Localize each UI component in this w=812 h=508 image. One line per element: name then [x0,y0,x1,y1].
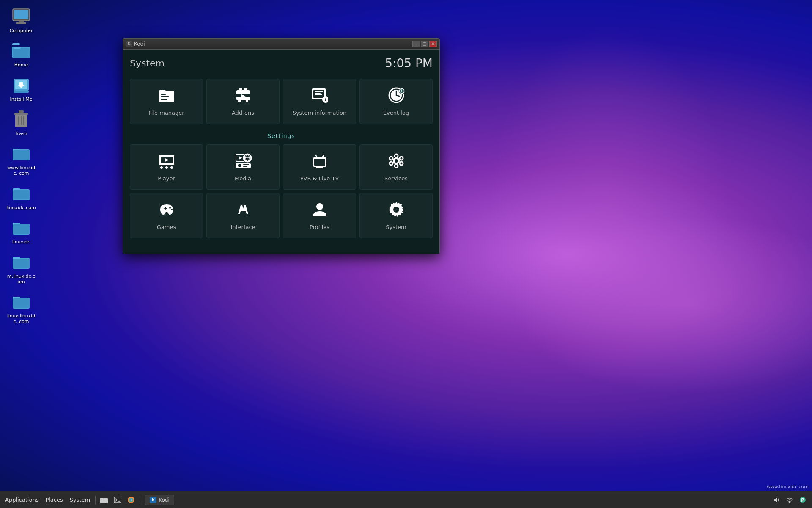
profiles-icon [311,201,328,221]
svg-rect-73 [236,163,251,168]
interface-item[interactable]: Interface [206,193,280,238]
svg-point-64 [160,166,163,169]
computer-label: Computer [10,28,33,33]
media-item[interactable]: Media [206,144,280,190]
desktop-icon-trash[interactable]: Trash [4,107,38,138]
svg-rect-81 [316,167,323,168]
desktop-icon-computer[interactable]: Computer [4,4,38,35]
file-manager-icon [158,87,175,106]
kodi-titlebar-controls: – □ ✕ [412,41,437,47]
system-menu[interactable]: System [67,496,93,504]
svg-point-65 [165,166,168,169]
settings-grid: Player [130,144,433,238]
system-item[interactable]: System [359,193,433,238]
event-log-icon [388,87,405,106]
system-information-icon: i [311,87,328,106]
volume-icon[interactable] [771,494,782,506]
m-linuxidc-label: m.linuxidc.com [6,273,36,284]
add-ons-item[interactable]: Add-ons [206,79,280,124]
file-manager-item[interactable]: File manager [130,79,203,124]
pvr-label: PVR & Live TV [300,175,339,182]
event-log-label: Event log [383,110,409,116]
player-item[interactable]: Player [130,144,203,190]
services-item[interactable]: Services [359,144,433,190]
player-icon [158,152,175,172]
system-information-item[interactable]: i System information [283,79,356,124]
close-button[interactable]: ✕ [429,41,437,47]
svg-point-106 [789,502,790,503]
profiles-label: Profiles [310,224,329,230]
folder-linuxidc-icon [11,183,31,203]
taskbar: Applications Places System [0,491,812,508]
trash-label: Trash [15,131,27,136]
home-folder-icon [11,40,31,61]
taskbar-left: Applications Places System [0,494,177,506]
kodi-window-title: Kodi [134,41,145,47]
svg-text:P: P [801,498,804,502]
linux-linuxidc-label: linux.linuxidc.-com [6,313,36,324]
desktop-icon-linuxidc[interactable]: linuxidc [4,215,38,246]
svg-rect-7 [14,47,21,49]
svg-rect-5 [12,43,20,45]
svg-text:i: i [325,97,326,102]
svg-rect-47 [315,91,323,92]
svg-point-89 [400,162,403,165]
svg-point-66 [170,166,173,169]
pvr-live-tv-item[interactable]: PVR & Live TV [283,144,356,190]
taskbar-kodi-window[interactable]: K Kodi [145,495,174,505]
services-label: Services [384,175,408,182]
svg-rect-11 [14,91,29,93]
svg-point-85 [395,164,398,168]
player-label: Player [158,175,175,182]
svg-rect-20 [13,150,30,160]
maximize-button[interactable]: □ [421,41,428,47]
minimize-button[interactable]: – [412,41,420,47]
kodi-clock: 5:05 PM [385,56,433,70]
taskbar-kodi-label: Kodi [159,497,170,503]
network-icon[interactable] [784,494,796,506]
kodi-top-row: File manager Add-ons [130,79,433,124]
taskbar-right: P [771,494,812,506]
event-log-item[interactable]: Event log [359,79,433,124]
svg-rect-48 [315,93,321,94]
kodi-window: K Kodi – □ ✕ System 5:05 PM [123,38,440,254]
svg-rect-35 [161,94,166,95]
profiles-item[interactable]: Profiles [283,193,356,238]
kodi-header: System 5:05 PM [130,56,433,70]
svg-rect-98 [100,498,103,499]
taskbar-files-icon[interactable] [98,494,110,506]
folder-linuxidc2-icon [11,217,31,237]
games-item[interactable]: Games [130,193,203,238]
svg-point-92 [169,207,171,209]
update-icon[interactable]: P [797,494,809,506]
svg-rect-29 [13,259,30,268]
kodi-menu-icon: K [126,41,132,47]
svg-rect-40 [244,88,247,91]
install-icon [11,75,31,95]
desktop-icon-linux-linuxidc[interactable]: linux.linuxidc.-com [4,290,38,326]
svg-rect-75 [243,164,249,165]
svg-point-83 [395,159,398,163]
desktop-icon-linuxidc-www[interactable]: www.linuxidc.-com [4,141,38,178]
desktop-icon-linuxidc-com[interactable]: linuxidc.com [4,181,38,212]
linuxidc-www-label: www.linuxidc.-com [6,165,36,176]
svg-line-79 [315,155,317,157]
places-menu[interactable]: Places [43,496,65,504]
folder-m-icon [11,251,31,272]
svg-rect-76 [243,166,247,167]
svg-point-84 [395,154,398,157]
computer-icon [11,6,31,26]
taskbar-kodi-icon: K [150,497,156,503]
trash-icon [11,109,31,129]
applications-menu[interactable]: Applications [3,496,41,504]
svg-marker-105 [774,497,777,502]
taskbar-terminal-icon[interactable] [112,494,123,506]
taskbar-browser-icon[interactable] [125,494,137,506]
taskbar-separator-2 [140,496,140,504]
desktop-icon-home[interactable]: Home [4,39,38,69]
games-icon [158,201,175,221]
svg-rect-26 [13,224,30,234]
desktop-icon-m-linuxidc[interactable]: m.linuxidc.com [4,250,38,286]
install-label: Install Me [10,97,33,102]
desktop-icon-install[interactable]: Install Me [4,73,38,104]
